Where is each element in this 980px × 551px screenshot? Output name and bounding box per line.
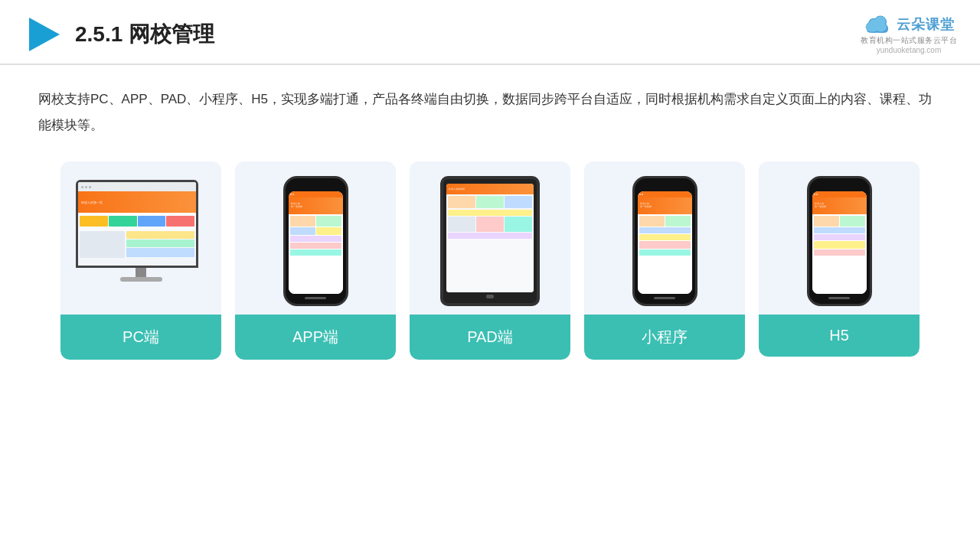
logo-cloud: 云朵课堂 (863, 14, 955, 35)
svg-marker-0 (29, 18, 60, 51)
header-left: 2.5.1 网校管理 (23, 15, 214, 54)
page-title: 2.5.1 网校管理 (75, 20, 214, 49)
card-h5: 职进人的第一里程碑 (759, 161, 920, 357)
title-num: 2.5.1 (75, 22, 122, 46)
title-text: 网校管理 (129, 22, 214, 46)
h5-image-area: 职进人的第一里程碑 (759, 161, 920, 315)
pc-monitor: 职进人的第一里 (76, 180, 206, 302)
play-icon (23, 15, 63, 54)
miniprogram-label: 小程序 (584, 315, 745, 360)
miniprogram-image-area: 职进人的第一里程碑 (584, 161, 745, 315)
pad-image-area: 职进人的里程碑 (410, 161, 570, 315)
miniprogram-phone: 职进人的第一里程碑 (632, 176, 697, 306)
pad-label: PAD端 (410, 315, 570, 360)
svg-point-9 (875, 23, 887, 31)
description-text: 网校支持PC、APP、PAD、小程序、H5，实现多端打通，产品各终端自由切换，数… (38, 86, 942, 139)
app-image-area: 职进人的第一里程碑 (235, 161, 396, 315)
h5-phone: 职进人的第一里程碑 (807, 176, 872, 306)
card-pc: 职进人的第一里 (60, 161, 221, 360)
logo-url: yunduoketang.com (877, 46, 942, 54)
card-miniprogram: 职进人的第一里程碑 (584, 161, 745, 360)
cards-row: 职进人的第一里 (38, 161, 942, 360)
logo-area: 云朵课堂 教育机构一站式服务云平台 yunduoketang.com (861, 14, 957, 54)
pc-image-area: 职进人的第一里 (60, 161, 221, 315)
card-pad: 职进人的里程碑 (410, 161, 570, 360)
pad-tablet: 职进人的里程碑 (440, 176, 540, 306)
pc-label: PC端 (60, 315, 221, 360)
app-label: APP端 (235, 315, 396, 360)
cloud-icon (863, 14, 892, 35)
header: 2.5.1 网校管理 云朵课堂 教育机构一站式服务云平台 yunduoketan… (0, 0, 980, 65)
h5-label: H5 (759, 315, 920, 357)
app-phone: 职进人的第一里程碑 (283, 176, 348, 306)
card-app: 职进人的第一里程碑 (235, 161, 396, 360)
logo-sub-text: 教育机构一站式服务云平台 (861, 35, 957, 46)
main-content: 网校支持PC、APP、PAD、小程序、H5，实现多端打通，产品各终端自由切换，数… (0, 65, 980, 375)
logo-text: 云朵课堂 (897, 15, 955, 34)
